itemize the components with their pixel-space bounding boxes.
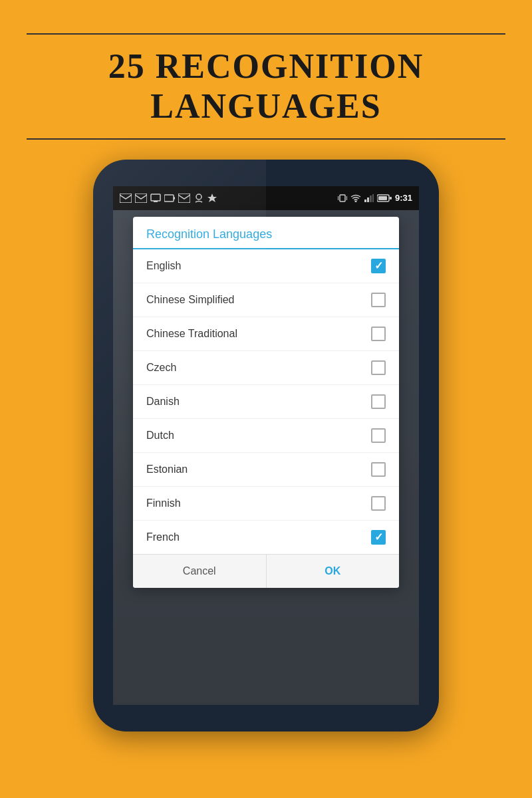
wifi-icon	[350, 194, 361, 202]
time-display: 9:31	[395, 193, 412, 203]
cancel-button[interactable]: Cancel	[133, 555, 267, 588]
checkbox-finnish[interactable]	[371, 496, 386, 511]
recognition-dialog: Recognition Languages English ✓ Chinese …	[133, 217, 399, 588]
list-item-english[interactable]: English ✓	[133, 249, 399, 283]
checkmark-french: ✓	[374, 532, 383, 543]
svg-rect-12	[364, 200, 366, 202]
list-item-chinese-traditional[interactable]: Chinese Traditional	[133, 317, 399, 351]
notification-icon-1	[120, 194, 132, 203]
battery-icon	[377, 194, 392, 202]
list-item-french[interactable]: French ✓	[133, 521, 399, 554]
language-label-french: French	[146, 531, 180, 543]
language-list: English ✓ Chinese Simplified Chinese Tra…	[133, 249, 399, 554]
svg-rect-18	[390, 197, 392, 200]
checkbox-czech[interactable]	[371, 360, 386, 375]
dialog-overlay: Recognition Languages English ✓ Chinese …	[113, 210, 419, 705]
checkmark-english: ✓	[374, 261, 383, 271]
headline-line1: 25 RECOGNITION	[108, 47, 424, 85]
language-label-chinese-simplified: Chinese Simplified	[146, 294, 235, 306]
svg-point-11	[354, 200, 356, 202]
svg-rect-1	[135, 194, 147, 203]
svg-point-7	[196, 194, 201, 200]
list-item-chinese-simplified[interactable]: Chinese Simplified	[133, 283, 399, 317]
app-background: Recognition Languages English ✓ Chinese …	[113, 210, 419, 705]
headline-text: 25 RECOGNITION LANGUAGES	[108, 47, 424, 126]
svg-rect-15	[372, 194, 374, 202]
svg-rect-3	[154, 201, 158, 202]
top-divider	[27, 33, 505, 35]
headline-line2: LANGUAGES	[150, 87, 381, 125]
dialog-title: Recognition Languages	[133, 217, 399, 249]
checkbox-french[interactable]: ✓	[371, 530, 386, 545]
language-label-english: English	[146, 260, 181, 272]
language-label-estonian: Estonian	[146, 464, 188, 475]
dialog-action-buttons: Cancel OK	[133, 554, 399, 588]
language-label-czech: Czech	[146, 362, 176, 374]
language-label-dutch: Dutch	[146, 430, 174, 442]
phone-device: 9:31 Recognition Languages English ✓	[93, 160, 439, 732]
svg-rect-14	[370, 196, 372, 202]
notification-icon-3	[150, 194, 161, 203]
language-label-danish: Danish	[146, 396, 180, 408]
notification-icon-2	[135, 194, 147, 203]
svg-rect-4	[164, 195, 174, 201]
language-label-finnish: Finnish	[146, 497, 181, 509]
svg-rect-17	[378, 196, 387, 200]
list-item-dutch[interactable]: Dutch	[133, 419, 399, 453]
signal-icon	[364, 194, 374, 202]
ok-button[interactable]: OK	[267, 555, 400, 588]
svg-rect-5	[174, 197, 175, 200]
checkbox-chinese-simplified[interactable]	[371, 293, 386, 307]
checkbox-chinese-traditional[interactable]	[371, 327, 386, 341]
list-item-czech[interactable]: Czech	[133, 351, 399, 385]
list-item-danish[interactable]: Danish	[133, 385, 399, 419]
svg-rect-0	[120, 194, 132, 203]
phone-screen: 9:31 Recognition Languages English ✓	[113, 186, 419, 705]
notification-icon-6	[194, 194, 204, 203]
checkbox-dutch[interactable]	[371, 428, 386, 443]
language-label-chinese-traditional: Chinese Traditional	[146, 328, 237, 340]
vibrate-icon	[338, 194, 347, 203]
status-icons-right: 9:31	[338, 193, 412, 203]
notification-icon-5	[178, 194, 190, 203]
status-icons-left	[120, 194, 217, 203]
list-item-finnish[interactable]: Finnish	[133, 487, 399, 521]
list-item-estonian[interactable]: Estonian	[133, 453, 399, 487]
checkbox-estonian[interactable]	[371, 462, 386, 477]
notification-icon-4	[164, 194, 175, 203]
bottom-divider	[27, 138, 505, 140]
svg-rect-6	[178, 194, 190, 203]
svg-rect-2	[151, 194, 160, 201]
checkbox-english[interactable]: ✓	[371, 259, 386, 273]
svg-rect-8	[340, 195, 345, 201]
svg-rect-13	[367, 198, 369, 202]
checkbox-danish[interactable]	[371, 394, 386, 409]
notification-icon-7	[207, 194, 217, 203]
status-bar: 9:31	[113, 186, 419, 210]
